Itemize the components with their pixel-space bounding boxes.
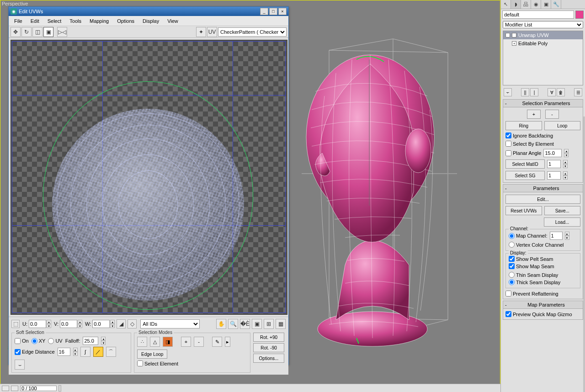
paint-select-icon[interactable]: ✎ — [212, 337, 222, 347]
map-channel-radio[interactable]: Map Channel: — [509, 233, 548, 239]
utilities-tab-icon[interactable]: 🔧 — [551, 0, 561, 9]
select-sg-button[interactable]: Select SG — [505, 171, 545, 180]
hierarchy-tab-icon[interactable]: 品 — [521, 0, 531, 9]
relax-icon[interactable]: ◇ — [128, 319, 137, 328]
u-input[interactable] — [29, 320, 46, 328]
paint-options-icon[interactable]: ▸ — [225, 337, 230, 347]
rot-plus90-button[interactable]: Rot. +90 — [253, 333, 284, 342]
planar-angle-spinner[interactable]: ▲▼ — [564, 149, 569, 157]
object-name-input[interactable] — [502, 11, 574, 19]
zoom-region-icon[interactable]: �È — [240, 319, 250, 329]
matid-spinner[interactable]: ▲▼ — [563, 160, 568, 168]
close-button[interactable]: × — [278, 8, 287, 15]
stack-item-editable-poly[interactable]: + Editable Poly — [503, 39, 583, 48]
configure-sets-icon[interactable]: ☰ — [574, 88, 582, 96]
modify-tab-icon[interactable]: ◗ — [511, 0, 521, 9]
rollout-selection-parameters[interactable]: - Selection Parameters — [503, 99, 583, 107]
falloff-shape-2-icon[interactable]: ／ — [93, 347, 103, 357]
u-spinner[interactable]: ▲▼ — [47, 320, 51, 328]
thin-seam-radio[interactable]: Thin Seam Display — [509, 272, 577, 278]
modifier-list-dropdown[interactable]: Modifier List — [503, 21, 583, 28]
thick-seam-radio[interactable]: Thick Seam Display — [509, 279, 577, 285]
freeform-icon[interactable]: ▣ — [43, 27, 53, 37]
grow-icon[interactable]: + — [181, 337, 191, 347]
menu-options[interactable]: Options — [113, 17, 138, 25]
shrink-icon[interactable]: - — [194, 337, 204, 347]
minimize-button[interactable]: _ — [260, 8, 268, 15]
sg-spinner[interactable]: ▲▼ — [563, 171, 568, 180]
falloff-shape-1-icon[interactable]: ∫ — [80, 347, 90, 357]
brush-icon[interactable]: ◢ — [117, 319, 126, 328]
ids-dropdown[interactable]: All IDs — [140, 319, 200, 328]
modifier-stack[interactable]: + Unwrap UVW + Editable Poly — [503, 31, 583, 85]
menu-view[interactable]: View — [164, 17, 182, 25]
zoom-icon[interactable]: 🔍 — [228, 319, 238, 329]
map-channel-spinner[interactable]: ▲▼ — [565, 232, 569, 240]
expand-sel-button[interactable]: + — [527, 110, 541, 119]
planar-angle-checkbox[interactable]: Planar Angle — [505, 150, 541, 156]
mirror-icon[interactable]: ▷◁ — [57, 27, 67, 37]
display-tab-icon[interactable]: ▣ — [541, 0, 551, 9]
menu-display[interactable]: Display — [139, 17, 163, 25]
load-button[interactable]: Load... — [544, 217, 580, 227]
shrink-sel-button[interactable]: - — [545, 110, 559, 119]
ignore-backfacing-checkbox[interactable]: Ignore Backfacing — [505, 132, 580, 138]
expand-icon[interactable]: + — [512, 41, 516, 46]
timeline-prev-icon[interactable] — [2, 386, 9, 391]
loop-button[interactable]: Loop — [544, 121, 581, 130]
prevent-reflattening-checkbox[interactable]: Prevent Reflattening — [505, 291, 580, 297]
scale-icon[interactable]: ◫ — [32, 27, 43, 37]
uv-toggle-icon[interactable]: UV — [207, 27, 217, 37]
falloff-shape-3-icon[interactable]: ⌒ — [106, 347, 116, 357]
menu-tools[interactable]: Tools — [66, 17, 85, 25]
save-button[interactable]: Save... — [544, 206, 581, 215]
select-element-checkbox[interactable]: Select Element — [137, 360, 178, 366]
panel-scrollbar[interactable] — [583, 117, 585, 392]
falloff-shape-4-icon[interactable]: ⌣ — [15, 360, 25, 370]
preview-gizmo-checkbox[interactable]: Preview Quick Map Gizmo — [505, 311, 580, 317]
motion-tab-icon[interactable]: ◉ — [531, 0, 541, 9]
create-tab-icon[interactable]: ↖ — [501, 0, 511, 9]
rollout-parameters[interactable]: - Parameters — [503, 184, 583, 192]
rollout-map-parameters[interactable]: - Map Parameters — [503, 301, 583, 309]
uvw-titlebar[interactable]: ◉ Edit UVWs _ □ × — [9, 7, 288, 16]
remove-mod-icon[interactable]: 🗑 — [557, 88, 565, 96]
select-matid-button[interactable]: Select MatID — [505, 159, 545, 169]
falloff-input[interactable] — [83, 337, 98, 345]
show-end-result2-icon[interactable]: | — [530, 88, 538, 96]
face-mode-icon[interactable]: ◨ — [163, 337, 173, 347]
edge-distance-input[interactable] — [58, 348, 70, 356]
snap-icon[interactable]: ⊞ — [264, 319, 274, 329]
w-input[interactable] — [92, 320, 110, 328]
options-button[interactable]: Options... — [253, 354, 284, 363]
w-spinner[interactable]: ▲▼ — [110, 320, 115, 328]
select-by-element-checkbox[interactable]: Select By Element — [505, 141, 580, 147]
stack-item-unwrap-uvw[interactable]: + Unwrap UVW — [503, 31, 583, 39]
lock-icon[interactable]: ⬚ — [11, 320, 20, 328]
soft-uv-radio[interactable]: UV — [48, 338, 62, 344]
sg-input[interactable] — [547, 171, 561, 180]
timeline-next-icon[interactable] — [11, 386, 18, 391]
falloff-spinner[interactable]: ▲▼ — [101, 337, 106, 345]
bulb-icon[interactable] — [505, 33, 510, 37]
matid-input[interactable] — [547, 160, 561, 168]
system-menu-icon[interactable]: ◉ — [11, 8, 17, 15]
edge-distance-spinner[interactable]: ▲▼ — [73, 348, 78, 356]
menu-mapping[interactable]: Mapping — [86, 17, 112, 25]
fit-icon[interactable]: ▣ — [252, 319, 262, 329]
timeline-grip[interactable] — [58, 385, 61, 392]
edit-button[interactable]: Edit... — [505, 195, 580, 204]
edge-loop-button[interactable]: Edge Loop — [137, 350, 167, 359]
object-color-swatch[interactable] — [575, 11, 584, 19]
pan-icon[interactable]: ✋ — [216, 319, 226, 329]
menu-file[interactable]: File — [11, 17, 26, 25]
edge-distance-checkbox[interactable]: Edge Distance — [15, 349, 55, 355]
show-map-seam-checkbox[interactable]: Show Map Seam — [509, 263, 577, 269]
rot-minus90-button[interactable]: Rot. -90 — [253, 343, 284, 352]
uv-canvas[interactable] — [11, 40, 287, 315]
show-map-icon[interactable]: ✦ — [196, 27, 206, 37]
ring-button[interactable]: Ring — [505, 121, 542, 130]
vertex-mode-icon[interactable]: ∴ — [137, 337, 147, 347]
move-icon[interactable]: ✥ — [11, 27, 21, 37]
menu-edit[interactable]: Edit — [27, 17, 43, 25]
